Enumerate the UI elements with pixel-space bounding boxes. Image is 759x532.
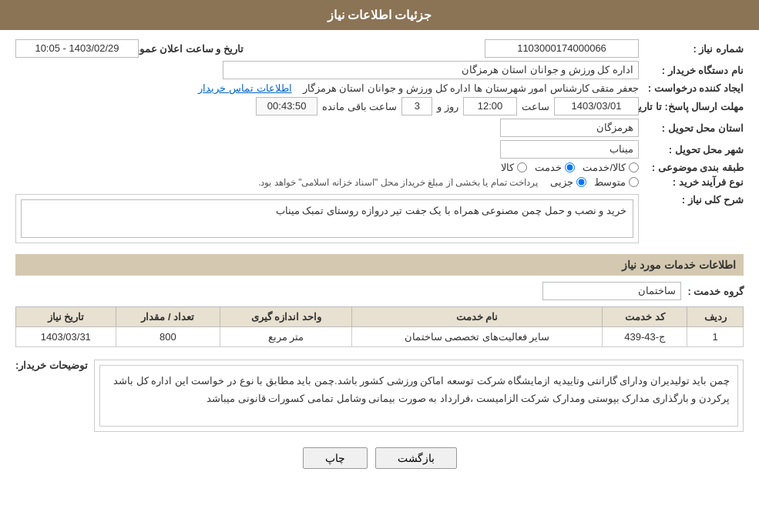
publish-datetime-value: 1403/02/29 - 10:05 — [15, 39, 139, 58]
deadline-time-label: ساعت — [522, 101, 549, 112]
buyer-org-value: اداره کل ورزش و جوانان استان هرمزگان — [223, 61, 639, 79]
remaining-label: ساعت باقی مانده — [322, 101, 397, 112]
need-number-label: شماره نیاز : — [643, 43, 744, 55]
category-kala[interactable]: کالا — [501, 162, 527, 173]
need-number-value: 1103000174000066 — [485, 39, 639, 58]
category-kala-khedmat-label: کالا/خدمت — [583, 162, 626, 173]
category-khedmat[interactable]: خدمت — [535, 162, 575, 173]
purchase-type-motavasset[interactable]: متوسط — [594, 176, 639, 188]
publish-datetime-label: تاریخ و ساعت اعلان عمومی : — [143, 43, 243, 55]
deadline-days-label: روز و — [437, 101, 458, 112]
main-content: شماره نیاز : 1103000174000066 تاریخ و سا… — [0, 30, 759, 484]
purchase-type-row: نوع فرآیند خرید : متوسط جزیی پرداخت تمام… — [15, 176, 744, 188]
created-by-row: ایجاد کننده درخواست : جعفر متقی کارشناس … — [15, 82, 744, 94]
purchase-type-radio-group: متوسط جزیی — [550, 176, 639, 188]
col-date: تاریخ نیاز — [16, 307, 116, 327]
need-description-value: خرید و نصب و حمل چمن مصنوعی همراه با یک … — [21, 199, 633, 238]
purchase-type-jozi-label: جزیی — [550, 176, 573, 188]
province-label: استان محل تحویل : — [643, 122, 744, 134]
services-table: ردیف کد خدمت نام خدمت واحد اندازه گیری ت… — [15, 306, 744, 347]
page-title: جزئیات اطلاعات نیاز — [327, 8, 432, 22]
need-description-row: شرح کلی نیاز : خرید و نصب و حمل چمن مصنو… — [15, 191, 744, 246]
service-group-value: ساختمان — [542, 282, 681, 300]
button-bar: بازگشت چاپ — [15, 447, 744, 469]
table-row: 1ج-43-439سایر فعالیت‌های تخصصی ساختمانمت… — [16, 327, 744, 347]
deadline-label: مهلت ارسال پاسخ: تا تاریخ: — [643, 101, 744, 112]
services-section-header: اطلاعات خدمات مورد نیاز — [15, 254, 744, 276]
purchase-type-jozi[interactable]: جزیی — [550, 176, 586, 188]
city-label: شهر محل تحویل : — [643, 144, 744, 156]
page-header: جزئیات اطلاعات نیاز — [0, 0, 759, 30]
category-khedmat-label: خدمت — [535, 162, 562, 173]
buyer-notes-label: توضیحات خریدار: — [15, 356, 88, 371]
remaining-time: 00:43:50 — [256, 97, 317, 115]
deadline-time: 12:00 — [463, 97, 517, 115]
category-kala-label: کالا — [501, 162, 514, 173]
back-button[interactable]: بازگشت — [375, 447, 457, 469]
contact-link[interactable]: اطلاعات تماس خریدار — [198, 82, 291, 94]
service-group-label: گروه خدمت : — [687, 286, 744, 297]
col-code: کد خدمت — [603, 307, 687, 327]
deadline-days: 3 — [401, 97, 432, 115]
purchase-type-note: پرداخت تمام یا بخشی از مبلغ خریداز محل "… — [258, 177, 538, 188]
need-description-label: شرح کلی نیاز : — [643, 191, 744, 206]
need-number-row: شماره نیاز : 1103000174000066 تاریخ و سا… — [15, 39, 744, 58]
deadline-date: 1403/03/01 — [554, 97, 639, 115]
col-row: ردیف — [687, 307, 744, 327]
buyer-org-row: نام دستگاه خریدار : اداره کل ورزش و جوان… — [15, 61, 744, 79]
purchase-type-motavasset-label: متوسط — [594, 176, 626, 188]
buyer-notes-value: چمن باید تولیدیران ودارای گارانتی وتایید… — [99, 365, 738, 427]
created-by-label: ایجاد کننده درخواست : — [643, 82, 744, 94]
col-qty: تعداد / مقدار — [116, 307, 220, 327]
created-by-value: جعفر متقی کارشناس امور شهرستان ها اداره … — [303, 82, 639, 94]
col-unit: واحد اندازه گیری — [220, 307, 352, 327]
page-container: جزئیات اطلاعات نیاز شماره نیاز : 1103000… — [0, 0, 759, 532]
city-value: میناب — [500, 140, 639, 159]
deadline-row: مهلت ارسال پاسخ: تا تاریخ: 1403/03/01 سا… — [15, 97, 744, 115]
category-row: طبقه بندی موضوعی : کالا/خدمت خدمت کالا — [15, 162, 744, 173]
city-row: شهر محل تحویل : میناب — [15, 140, 744, 159]
service-group-row: گروه خدمت : ساختمان — [15, 282, 744, 300]
category-kala-khedmat[interactable]: کالا/خدمت — [583, 162, 639, 173]
print-button[interactable]: چاپ — [303, 447, 368, 469]
category-radio-group: کالا/خدمت خدمت کالا — [501, 162, 639, 173]
province-value: هرمزگان — [500, 119, 639, 137]
province-row: استان محل تحویل : هرمزگان — [15, 119, 744, 137]
purchase-type-label: نوع فرآیند خرید : — [643, 176, 744, 188]
col-name: نام خدمت — [352, 307, 603, 327]
buyer-notes-row: چمن باید تولیدیران ودارای گارانتی وتایید… — [15, 356, 744, 435]
buyer-org-label: نام دستگاه خریدار : — [643, 65, 744, 76]
category-label: طبقه بندی موضوعی : — [643, 162, 744, 173]
